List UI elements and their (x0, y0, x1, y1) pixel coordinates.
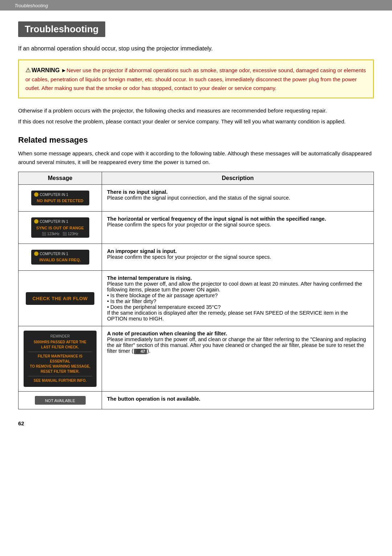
table-row: COMPUTER IN 1 NO INPUT IS DETECTED There… (19, 185, 374, 212)
related-intro: When some message appears, check and cop… (18, 149, 374, 167)
messages-table: Message Description COMPUTER IN 1 NO INP… (18, 172, 374, 409)
followup-text-2: If this does not resolve the problem, pl… (18, 117, 374, 126)
top-bar-label: Troubleshooting (15, 3, 48, 8)
table-row: COMPUTER IN 1 INVALID SCAN FREQ. An impr… (19, 244, 374, 271)
desc-cell-invalid-scan: An improper signal is input. Please conf… (102, 244, 374, 271)
msg-cell-not-available: NOT AVAILABLE (19, 392, 102, 409)
top-bar: Troubleshooting (0, 0, 392, 11)
section-title-box: Troubleshooting (18, 21, 105, 37)
table-row: NOT AVAILABLE The button operation is no… (19, 392, 374, 409)
msg-cell-check-air: CHECK THE AIR FLOW (19, 271, 102, 326)
desc-cell-check-air: The internal temperature is rising. Plea… (102, 271, 374, 326)
col-message: Message (19, 172, 102, 185)
warning-arrow: ► (61, 67, 67, 73)
intro-text: If an abnormal operation should occur, s… (18, 44, 374, 53)
warning-label: WARNING (32, 67, 60, 73)
warning-triangle: ⚠ (25, 67, 31, 74)
page-ref-47: ⬛47 (134, 349, 147, 354)
desc-cell-reminder: A note of precaution when cleaning the a… (102, 326, 374, 392)
table-row: COMPUTER IN 1 SYNC IS OUT OF RANGE ⬛ 123… (19, 212, 374, 244)
msg-cell-sync-range: COMPUTER IN 1 SYNC IS OUT OF RANGE ⬛ 123… (19, 212, 102, 244)
not-available-label: NOT AVAILABLE (45, 398, 75, 403)
warning-box: ⚠WARNING ►Never use the projector if abn… (18, 60, 374, 98)
msg-cell-invalid-scan: COMPUTER IN 1 INVALID SCAN FREQ. (19, 244, 102, 271)
col-description: Description (102, 172, 374, 185)
msg-cell-no-input: COMPUTER IN 1 NO INPUT IS DETECTED (19, 185, 102, 212)
table-row: CHECK THE AIR FLOW The internal temperat… (19, 271, 374, 326)
page-title: Troubleshooting (25, 24, 99, 34)
desc-cell-not-available: The button operation is not available. (102, 392, 374, 409)
warning-text: Never use the projector if abnormal oper… (25, 67, 366, 91)
desc-cell-sync-range: The horizontal or vertical frequency of … (102, 212, 374, 244)
related-messages-heading: Related messages (18, 135, 374, 145)
desc-cell-no-input: There is no input signal. Please confirm… (102, 185, 374, 212)
followup-text-1: Otherwise if a problem occurs with the p… (18, 106, 374, 115)
msg-cell-reminder: REMINDER 5000HRS PASSED AFTER THELAST FI… (19, 326, 102, 392)
table-row: REMINDER 5000HRS PASSED AFTER THELAST FI… (19, 326, 374, 392)
page-number: 62 (18, 420, 374, 426)
